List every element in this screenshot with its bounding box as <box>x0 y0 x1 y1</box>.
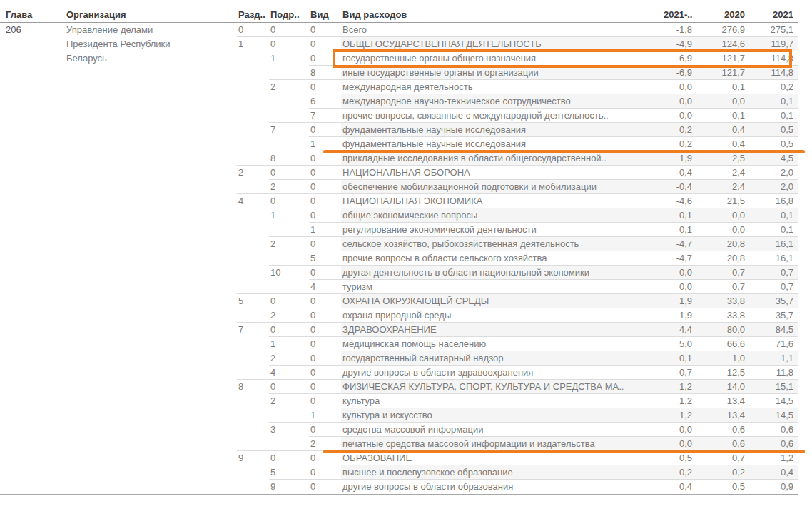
razd-cell[interactable]: 7 <box>237 323 269 337</box>
expense-cell[interactable]: медицинская помощь населению <box>341 337 664 351</box>
table-row[interactable]: 9 0 0 ОБРАЗОВАНИЕ 0,5 0,7 1,2 <box>237 451 798 465</box>
razd-cell[interactable] <box>237 351 269 366</box>
table-row[interactable]: 4 туризм 0,0 0,7 0,7 <box>237 280 798 294</box>
razd-cell[interactable] <box>237 465 269 480</box>
value-2021-cell[interactable]: 0,2 <box>745 80 793 94</box>
razd-cell[interactable] <box>237 66 269 80</box>
podr-cell[interactable]: 10 <box>269 266 309 280</box>
value-2021-cell[interactable]: 0,5 <box>745 137 793 151</box>
value-2020-cell[interactable]: 0,0 <box>692 223 745 237</box>
value-2021-cell[interactable]: 0,6 <box>745 423 793 437</box>
podr-cell[interactable]: 1 <box>269 337 309 351</box>
value-2021diff-cell[interactable]: 0,0 <box>664 80 692 94</box>
value-2021-cell[interactable]: 0,5 <box>745 123 793 137</box>
value-2021diff-cell[interactable]: 0,5 <box>664 451 692 465</box>
razd-cell[interactable] <box>237 437 269 451</box>
razd-cell[interactable] <box>237 94 269 109</box>
value-2021-cell[interactable]: 4,5 <box>745 151 793 166</box>
value-2021-cell[interactable]: 0,1 <box>745 223 793 237</box>
value-2020-cell[interactable]: 12,5 <box>692 366 745 380</box>
table-row[interactable]: 8 иные государственные органы и организа… <box>237 66 798 80</box>
vid-cell[interactable]: 0 <box>309 294 341 308</box>
expense-cell[interactable]: сельское хозяйство, рыбохозяйственная де… <box>341 237 664 251</box>
razd-cell[interactable] <box>237 280 269 294</box>
razd-cell[interactable]: 1 <box>237 37 269 51</box>
value-2021diff-cell[interactable]: -0,4 <box>664 180 692 194</box>
expense-cell[interactable]: государственные органы общего назначения <box>341 51 664 66</box>
value-2020-cell[interactable]: 0,6 <box>692 437 745 451</box>
value-2020-cell[interactable]: 0,2 <box>692 465 745 480</box>
value-2021diff-cell[interactable]: 0,0 <box>664 109 692 123</box>
value-2020-cell[interactable]: 20,8 <box>692 237 745 251</box>
table-row[interactable]: 10 0 другая деятельность в области нацио… <box>237 266 798 280</box>
razd-cell[interactable]: 0 <box>237 23 269 37</box>
value-2021diff-cell[interactable]: -0,7 <box>664 366 692 380</box>
podr-cell[interactable]: 1 <box>269 51 309 66</box>
razd-cell[interactable] <box>237 308 269 323</box>
vid-cell[interactable]: 0 <box>309 380 341 394</box>
table-row[interactable]: 5 0 высшее и послевузовское образование … <box>237 465 798 480</box>
value-2021-cell[interactable]: 71,6 <box>745 337 793 351</box>
table-row[interactable]: 4 0 другие вопросы в области здравоохран… <box>237 366 798 380</box>
vid-cell[interactable]: 0 <box>309 337 341 351</box>
value-2021diff-cell[interactable]: 1,9 <box>664 151 692 166</box>
table-row[interactable]: 8 0 прикладные исследования в области об… <box>237 151 798 166</box>
vid-cell[interactable]: 4 <box>309 280 341 294</box>
razd-cell[interactable]: 2 <box>237 166 269 180</box>
value-2021-cell[interactable]: 114,8 <box>745 51 793 66</box>
razd-cell[interactable] <box>237 180 269 194</box>
podr-cell[interactable]: 0 <box>269 451 309 465</box>
value-2020-cell[interactable]: 121,7 <box>692 51 745 66</box>
podr-cell[interactable]: 2 <box>269 180 309 194</box>
vid-cell[interactable]: 2 <box>309 437 341 451</box>
table-row[interactable]: 1 0 общие экономические вопросы 0,1 0,0 … <box>237 208 798 223</box>
vid-cell[interactable]: 0 <box>309 308 341 323</box>
table-row[interactable]: 3 0 средства массовой информации 0,0 0,6… <box>237 423 798 437</box>
expense-cell[interactable]: высшее и послевузовское образование <box>341 465 664 480</box>
razd-cell[interactable] <box>237 137 269 151</box>
podr-cell[interactable]: 2 <box>269 237 309 251</box>
value-2020-cell[interactable]: 0,7 <box>692 266 745 280</box>
razd-cell[interactable] <box>237 394 269 408</box>
podr-cell[interactable]: 0 <box>269 166 309 180</box>
vid-cell[interactable]: 1 <box>309 408 341 423</box>
table-row[interactable]: 5 прочие вопросы в области сельского хоз… <box>237 251 798 266</box>
podr-cell[interactable] <box>269 94 309 109</box>
value-2021diff-cell[interactable]: 0,2 <box>664 123 692 137</box>
vid-cell[interactable]: 0 <box>309 80 341 94</box>
value-2021-cell[interactable]: 275,1 <box>745 23 793 37</box>
value-2021-cell[interactable]: 11,8 <box>745 366 793 380</box>
razd-cell[interactable]: 8 <box>237 380 269 394</box>
value-2020-cell[interactable]: 13,4 <box>692 394 745 408</box>
podr-cell[interactable]: 0 <box>269 380 309 394</box>
podr-cell[interactable]: 3 <box>269 423 309 437</box>
table-row[interactable]: 5 0 0 ОХРАНА ОКРУЖАЮЩЕЙ СРЕДЫ 1,9 33,8 3… <box>237 294 798 308</box>
podr-cell[interactable] <box>269 280 309 294</box>
value-2021diff-cell[interactable]: -6,9 <box>664 66 692 80</box>
razd-cell[interactable] <box>237 408 269 423</box>
value-2020-cell[interactable]: 0,1 <box>692 80 745 94</box>
expense-cell[interactable]: туризм <box>341 280 664 294</box>
razd-cell[interactable] <box>237 51 269 66</box>
value-2021diff-cell[interactable]: 0,1 <box>664 208 692 223</box>
value-2020-cell[interactable]: 33,8 <box>692 308 745 323</box>
value-2021diff-cell[interactable]: 0,1 <box>664 223 692 237</box>
expense-cell[interactable]: НАЦИОНАЛЬНАЯ ЭКОНОМИКА <box>341 194 664 208</box>
table-row[interactable]: 4 0 0 НАЦИОНАЛЬНАЯ ЭКОНОМИКА -4,6 21,5 1… <box>237 194 798 208</box>
value-2020-cell[interactable]: 1,0 <box>692 351 745 366</box>
vid-cell[interactable]: 0 <box>309 394 341 408</box>
value-2020-cell[interactable]: 0,1 <box>692 109 745 123</box>
value-2021diff-cell[interactable]: 0,0 <box>664 94 692 109</box>
vid-cell[interactable]: 6 <box>309 94 341 109</box>
value-2020-cell[interactable]: 20,8 <box>692 251 745 266</box>
value-2020-cell[interactable]: 13,4 <box>692 408 745 423</box>
vid-cell[interactable]: 1 <box>309 137 341 151</box>
razd-cell[interactable] <box>237 366 269 380</box>
vid-cell[interactable]: 0 <box>309 351 341 366</box>
col-header-glava[interactable]: Глава <box>6 7 32 22</box>
value-2020-cell[interactable]: 121,7 <box>692 66 745 80</box>
podr-cell[interactable]: 0 <box>269 294 309 308</box>
podr-cell[interactable]: 8 <box>269 151 309 166</box>
value-2021diff-cell[interactable]: -4,7 <box>664 237 692 251</box>
podr-cell[interactable]: 2 <box>269 394 309 408</box>
